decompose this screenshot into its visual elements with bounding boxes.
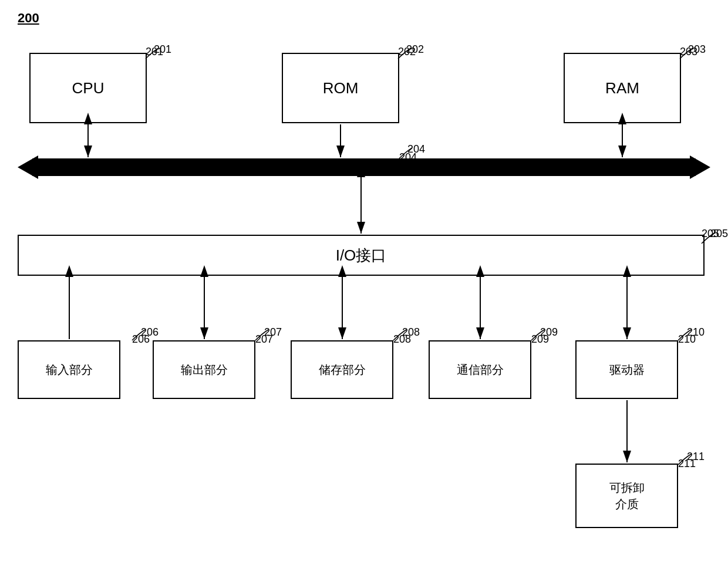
ref-label-205: 205 bbox=[710, 228, 728, 240]
media-box: 可拆卸 介质 bbox=[575, 464, 678, 528]
svg-marker-10 bbox=[690, 155, 710, 179]
input-box: 输入部分 bbox=[18, 340, 120, 399]
comm-label: 通信部分 bbox=[457, 362, 504, 378]
rom-box: ROM bbox=[282, 53, 399, 123]
ref-label-206: 206 bbox=[141, 326, 159, 339]
media-label: 可拆卸 介质 bbox=[609, 479, 645, 512]
ref-label-204: 204 bbox=[407, 143, 425, 155]
ref-label-202: 202 bbox=[406, 43, 424, 56]
ram-label: RAM bbox=[605, 79, 639, 97]
ref-label-208: 208 bbox=[402, 326, 420, 339]
io-box: I/O接口 bbox=[18, 235, 705, 276]
output-box: 输出部分 bbox=[153, 340, 255, 399]
rom-label: ROM bbox=[323, 79, 359, 97]
output-label: 输出部分 bbox=[181, 362, 228, 378]
ref-label-207: 207 bbox=[264, 326, 282, 339]
ref-label-209: 209 bbox=[540, 326, 558, 339]
io-label: I/O接口 bbox=[336, 245, 387, 266]
comm-box: 通信部分 bbox=[429, 340, 531, 399]
ref-label-201: 201 bbox=[154, 43, 171, 56]
storage-box: 储存部分 bbox=[291, 340, 393, 399]
ram-box: RAM bbox=[564, 53, 681, 123]
driver-box: 驱动器 bbox=[575, 340, 678, 399]
cpu-label: CPU bbox=[72, 79, 105, 97]
input-label: 输入部分 bbox=[46, 362, 93, 378]
figure-label: 200 bbox=[18, 11, 39, 26]
svg-rect-11 bbox=[39, 160, 689, 175]
svg-marker-9 bbox=[18, 155, 38, 179]
diagram-container: 200 CPU 201 ROM 202 RAM 203 204 I/O接口 20… bbox=[0, 0, 728, 585]
ref-label-210: 210 bbox=[687, 326, 705, 339]
driver-label: 驱动器 bbox=[609, 362, 645, 378]
storage-label: 储存部分 bbox=[319, 362, 366, 378]
ref-label-203: 203 bbox=[688, 43, 706, 56]
cpu-box: CPU bbox=[29, 53, 147, 123]
ref-label-211: 211 bbox=[687, 451, 705, 463]
